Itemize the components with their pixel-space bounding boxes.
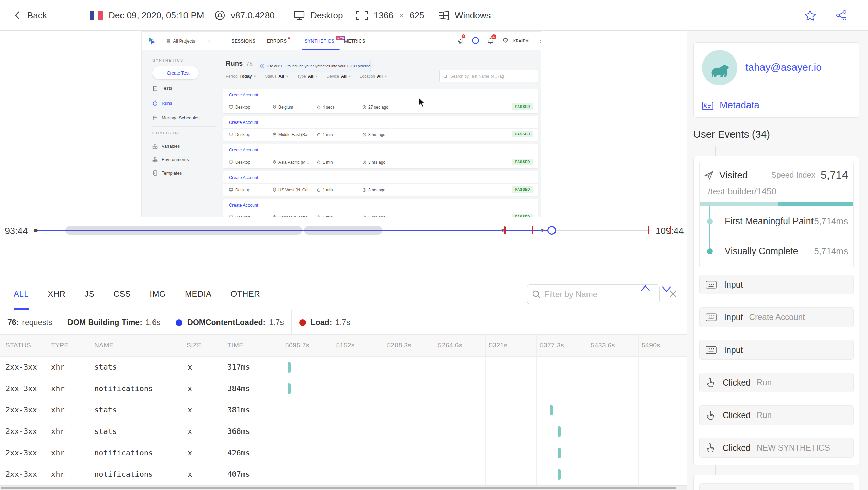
monitor-icon bbox=[293, 10, 305, 21]
network-tab[interactable]: CSS bbox=[113, 278, 131, 310]
network-request-row[interactable]: 2xx-3xx xhr notifications x 426ms bbox=[0, 442, 687, 464]
resolution-x: 1366 bbox=[374, 10, 393, 21]
filter-dropdown: DeviceAll∨ bbox=[326, 74, 351, 79]
network-tab[interactable]: OTHER bbox=[231, 278, 260, 310]
run-duration: 1 min bbox=[317, 184, 333, 196]
timeline-start-dot bbox=[34, 229, 38, 232]
user-event-item[interactable]: Input Create Account bbox=[699, 307, 854, 327]
events-group-card: Visited Speed Index 5,714 /test-builder/… bbox=[693, 156, 859, 466]
timeline-error-marker[interactable] bbox=[532, 226, 533, 234]
run-name-link: Create Account bbox=[229, 175, 258, 180]
time-column-label: 5152s bbox=[333, 335, 384, 357]
run-location: Middle East (Ba... bbox=[273, 129, 311, 141]
network-tab[interactable]: ALL bbox=[14, 278, 29, 310]
run-name-link: Create Account bbox=[229, 203, 258, 208]
run-card: Create Account Desktop Canada (Central..… bbox=[223, 199, 538, 217]
summary-cell: DOMContentLoaded:1.7s bbox=[168, 310, 291, 334]
sidebar-item-schedules: Manage Schedules bbox=[152, 115, 199, 121]
visited-event-card[interactable]: Visited Speed Index 5,714 /test-builder/… bbox=[699, 162, 854, 268]
column-type[interactable]: TYPE bbox=[51, 342, 69, 349]
waterfall-bar bbox=[550, 405, 553, 415]
back-button[interactable]: Back bbox=[13, 0, 47, 31]
run-time-ago: 3 hrs ago bbox=[362, 129, 385, 141]
column-size[interactable]: SIZE bbox=[187, 342, 202, 349]
vc-value: 5,714ms bbox=[814, 246, 848, 257]
summary-cell: DOM Building Time:1.6s bbox=[60, 310, 168, 334]
timeline: 93:44 109:44 bbox=[0, 218, 687, 242]
run-device: Desktop bbox=[229, 156, 250, 168]
network-panel: ALLXHRJSCSSIMGMEDIAOTHER 76:requests DOM… bbox=[0, 278, 687, 490]
resolution-sep: × bbox=[399, 10, 404, 21]
user-avatar bbox=[702, 50, 737, 85]
speed-index-label: Speed Index bbox=[771, 170, 815, 180]
fmp-value: 5,714ms bbox=[814, 216, 848, 227]
filter-by-name-input[interactable] bbox=[544, 290, 646, 299]
timeline-error-marker[interactable] bbox=[504, 226, 506, 234]
divider bbox=[694, 93, 859, 93]
resolution-y: 625 bbox=[409, 10, 424, 21]
replay-stage[interactable]: ▦ All Projects ∨ SESSIONS ERRORS SYNTHET… bbox=[0, 31, 687, 218]
run-location: Canada (Central... bbox=[273, 211, 312, 217]
network-request-row[interactable]: 2xx-3xx xhr stats x 368ms bbox=[0, 421, 687, 442]
run-list: Create Account Desktop Belgium bbox=[223, 89, 538, 217]
metadata-button[interactable]: Metadata bbox=[702, 100, 759, 111]
run-time-ago: 3 hrs ago bbox=[362, 156, 385, 168]
metric-dot bbox=[299, 319, 306, 326]
network-tab[interactable]: IMG bbox=[150, 278, 166, 310]
share-icon bbox=[836, 10, 847, 21]
network-tab[interactable]: XHR bbox=[48, 278, 65, 310]
app-nav-sessions: SESSIONS bbox=[231, 32, 255, 50]
run-card: Create Account Desktop US West (N. Cal..… bbox=[223, 172, 538, 196]
user-event-item[interactable]: Clicked Run bbox=[699, 373, 854, 392]
pointer-hand-icon bbox=[706, 443, 715, 453]
run-card: Create Account Desktop Middle East (Ba..… bbox=[223, 116, 538, 141]
sidebar-item-runs: Runs bbox=[152, 100, 172, 106]
cli-link: CLI bbox=[281, 64, 287, 68]
timeline-playhead[interactable] bbox=[547, 226, 556, 235]
column-name[interactable]: NAME bbox=[94, 342, 114, 349]
user-event-item[interactable]: Input bbox=[699, 340, 854, 360]
time-column-label: 5490s bbox=[638, 335, 689, 357]
column-time[interactable]: TIME bbox=[227, 342, 243, 349]
runs-filters: PeriodToday∨ StatusAll∨ TypeAll∨ DeviceA… bbox=[226, 74, 387, 79]
filter-dropdown: PeriodToday∨ bbox=[226, 74, 256, 79]
column-status[interactable]: STATUS bbox=[5, 342, 31, 349]
user-event-item[interactable] bbox=[699, 483, 854, 490]
chevron-down-icon: ∨ bbox=[208, 39, 211, 43]
chevron-down-button[interactable] bbox=[660, 283, 673, 294]
sidebar-divider bbox=[152, 126, 216, 127]
clipboard-icon bbox=[152, 85, 158, 91]
timeline-track[interactable] bbox=[552, 230, 650, 231]
search-icon bbox=[532, 290, 541, 299]
chevron-up-button[interactable] bbox=[639, 283, 652, 294]
runs-count: 76 bbox=[246, 61, 253, 67]
network-request-row[interactable]: 2xx-3xx xhr notifications x 384ms bbox=[0, 378, 687, 399]
timeline-error-marker[interactable] bbox=[670, 226, 671, 234]
divider bbox=[70, 5, 70, 26]
network-tab[interactable]: MEDIA bbox=[185, 278, 212, 310]
run-duration: 1 min bbox=[317, 211, 333, 217]
user-events-title: User Events (34) bbox=[693, 129, 770, 140]
timeline-progress[interactable] bbox=[36, 230, 552, 231]
network-request-row[interactable]: 2xx-3xx xhr stats x 317ms bbox=[0, 357, 687, 378]
time-column-label: 5095.7s bbox=[282, 335, 333, 357]
pointer-hand-icon bbox=[706, 377, 715, 388]
user-event-item[interactable]: Clicked NEW SYNTHETICS bbox=[699, 438, 854, 458]
user-event-item[interactable]: Clicked Run bbox=[699, 405, 854, 425]
share-button[interactable] bbox=[836, 0, 847, 31]
network-request-row[interactable]: 2xx-3xx xhr notifications x 407ms bbox=[0, 464, 687, 485]
app-nav-metrics: METRICS bbox=[344, 32, 365, 50]
os-label: Windows bbox=[455, 10, 491, 21]
announce-badge: 1 bbox=[462, 34, 465, 38]
timeline-error-marker[interactable] bbox=[648, 226, 649, 234]
run-device: Desktop bbox=[229, 129, 250, 141]
paint-progress-bar bbox=[700, 202, 853, 206]
scrollbar-thumb[interactable] bbox=[1, 487, 676, 489]
favorite-button[interactable] bbox=[804, 0, 816, 31]
network-request-row[interactable]: 2xx-3xx xhr stats x 381ms bbox=[0, 399, 687, 421]
template-file-icon bbox=[152, 170, 158, 176]
user-card: tahay@asayer.io Metadata bbox=[693, 42, 859, 118]
user-event-item[interactable]: Input bbox=[699, 275, 854, 294]
network-tab[interactable]: JS bbox=[84, 278, 94, 310]
sidebar-item-templates: Templates bbox=[152, 170, 182, 176]
